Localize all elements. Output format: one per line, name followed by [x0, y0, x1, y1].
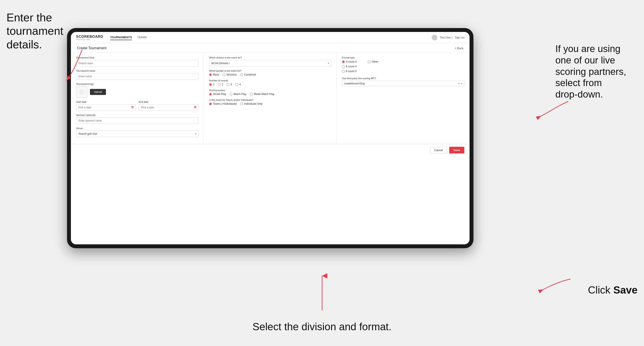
format-group: Format type 5 count 4 6 count 4 — [342, 56, 464, 73]
start-date-group: Start date — [76, 101, 136, 111]
annotation-top-right: If you are usingone of our livescoring p… — [555, 43, 638, 100]
scoring-stroke-label: Stroke Play — [213, 93, 226, 96]
gender-combined-label: Combined — [244, 73, 256, 76]
venue-select[interactable]: Search golf club — [76, 131, 198, 137]
teams-group: Is this event for Teams and/or Individua… — [209, 99, 332, 105]
end-date-wrapper — [139, 104, 198, 111]
start-date-input[interactable] — [76, 104, 136, 111]
form-col-3: Format type 5 count 4 6 count 4 — [337, 52, 470, 144]
tournament-host-input[interactable] — [76, 60, 198, 66]
format-other-col: Other — [368, 60, 378, 73]
sign-out-link[interactable]: Sign out — [455, 36, 464, 39]
teams-teams[interactable]: Teams (+Individuals) — [209, 102, 237, 105]
tournament-logo-label: Tournament logo — [76, 83, 198, 85]
rounds-radio-group: 1 2 3 4 — [209, 83, 332, 86]
gender-combined[interactable]: Combined — [240, 73, 256, 76]
brand-subtitle: Powered by clippit — [76, 39, 103, 40]
gender-womens-label: Womens — [226, 73, 237, 76]
brand-name: SCOREBOARD — [76, 35, 103, 39]
gender-label: Which gender is the event for? — [209, 69, 332, 72]
teams-teams-label: Teams (+Individuals) — [213, 102, 237, 105]
format-5count4[interactable]: 5 count 4 — [342, 60, 356, 63]
date-row: Start date End date — [76, 101, 198, 114]
nav-tournaments[interactable]: TOURNAMENTS — [110, 35, 132, 40]
format-options-row: 5 count 4 6 count 4 6 count 5 — [342, 60, 464, 73]
venue-select-wrapper: Search golf club — [76, 131, 198, 137]
gender-mens[interactable]: Mens — [209, 73, 219, 76]
gender-group: Which gender is the event for? Mens Wome… — [209, 69, 332, 76]
annotation-top-left: Enter thetournamentdetails. — [6, 11, 63, 51]
form-col-2: Which division is the event for? NCAA Di… — [204, 52, 337, 144]
format-6count4[interactable]: 6 count 4 — [342, 65, 356, 68]
svg-point-1 — [81, 91, 81, 92]
tournament-name-input[interactable] — [76, 73, 198, 80]
teams-individuals[interactable]: Individuals Only — [240, 102, 262, 105]
rounds-3-label: 3 — [230, 83, 232, 86]
division-label: Which division is the event for? — [209, 56, 332, 59]
scoring-label: Scoring system — [209, 89, 332, 92]
upload-button[interactable]: Upload — [90, 89, 106, 95]
rounds-4[interactable]: 4 — [236, 83, 241, 86]
main-content: Create Tournament Back Tournament Host T… — [71, 43, 470, 244]
start-date-wrapper — [76, 104, 136, 111]
annotation-bottom-center: Select the division and format. — [252, 321, 392, 333]
scoring-stroke[interactable]: Stroke Play — [209, 93, 226, 96]
arrow-bottom-center — [320, 274, 324, 313]
format-5count4-label: 5 count 4 — [346, 60, 356, 63]
teams-radio-group: Teams (+Individuals) Individuals Only — [209, 102, 332, 105]
gender-womens[interactable]: Womens — [223, 73, 237, 76]
back-button[interactable]: Back — [455, 47, 464, 50]
api-group: Use third-party live scoring API? Leader… — [342, 77, 464, 86]
api-label: Use third-party live scoring API? — [342, 77, 464, 80]
api-chevron-icon[interactable]: ▾ — [461, 82, 462, 85]
teams-label: Is this event for Teams and/or Individua… — [209, 99, 332, 101]
cancel-button[interactable]: Cancel — [430, 147, 447, 154]
rounds-group: Number of rounds 1 2 — [209, 79, 332, 86]
format-other[interactable]: Other — [368, 60, 378, 63]
format-other-label: Other — [372, 60, 378, 63]
scoring-medal-match[interactable]: Medal Match Play — [250, 93, 274, 96]
api-field-wrapper[interactable]: Leaderboard King ✕ ▾ — [342, 81, 464, 86]
navbar: SCOREBOARD Powered by clippit TOURNAMENT… — [71, 32, 470, 43]
arrow-top-right — [536, 97, 570, 123]
tournament-name-label: Tournament name — [76, 69, 198, 72]
user-avatar — [432, 35, 437, 40]
end-date-input[interactable] — [139, 104, 198, 111]
format-6count4-label: 6 count 4 — [346, 65, 356, 68]
annotation-bottom-right: Click Save — [588, 284, 638, 296]
sponsor-group: Sponsor (optional) — [76, 114, 198, 124]
scoring-group: Scoring system Stroke Play Match Play — [209, 89, 332, 96]
api-field-value: Leaderboard King — [344, 82, 364, 85]
venue-group: Venue Search golf club — [76, 127, 198, 137]
division-select-wrapper: NCAA Division I — [209, 60, 332, 66]
api-field-actions: ✕ ▾ — [458, 82, 462, 85]
sponsor-input[interactable] — [76, 117, 198, 124]
teams-individuals-label: Individuals Only — [244, 102, 262, 105]
page-header: Create Tournament Back — [71, 43, 470, 52]
page-title: Create Tournament — [77, 46, 106, 50]
save-button[interactable]: Save — [449, 147, 464, 154]
scoring-match-label: Match Play — [234, 93, 246, 96]
tournament-host-group: Tournament Host — [76, 56, 198, 66]
tournament-logo-group: Tournament logo Upload — [76, 83, 198, 98]
format-6count5-label: 6 count 5 — [346, 70, 356, 73]
start-date-label: Start date — [76, 101, 136, 103]
venue-label: Venue — [76, 127, 198, 130]
format-6count5[interactable]: 6 count 5 — [342, 70, 356, 73]
rounds-1[interactable]: 1 — [209, 83, 214, 86]
nav-teams[interactable]: TEAMS — [137, 35, 147, 40]
user-name: Test User | — [440, 36, 452, 39]
gender-radio-group: Mens Womens Combined — [209, 73, 332, 76]
form-body: Tournament Host Tournament name Tourname… — [71, 52, 470, 144]
arrow-bottom-right — [538, 273, 573, 294]
form-footer: Cancel Save — [71, 144, 470, 156]
scoring-medal-match-label: Medal Match Play — [254, 93, 274, 96]
rounds-3[interactable]: 3 — [226, 83, 232, 86]
rounds-label: Number of rounds — [209, 79, 332, 82]
scoring-match[interactable]: Match Play — [230, 93, 246, 96]
rounds-2[interactable]: 2 — [218, 83, 223, 86]
api-clear-button[interactable]: ✕ — [458, 82, 460, 85]
end-date-group: End date — [139, 101, 198, 111]
division-select[interactable]: NCAA Division I — [209, 60, 332, 66]
tablet-screen: SCOREBOARD Powered by clippit TOURNAMENT… — [71, 32, 470, 244]
